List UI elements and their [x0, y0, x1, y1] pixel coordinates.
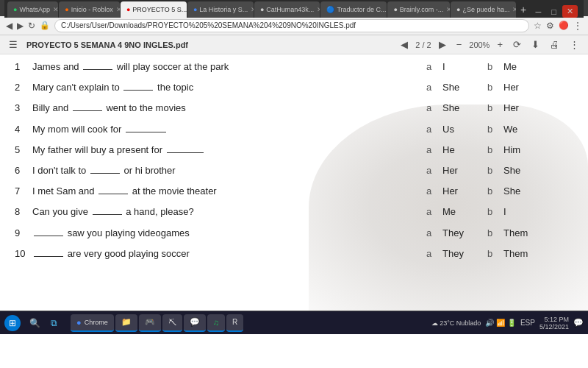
- question-number: 6: [15, 164, 32, 177]
- browser-icon: 🔴: [559, 21, 569, 30]
- page-indicator: 2 / 2: [415, 40, 431, 49]
- question-text: Mary can't explain to the topic: [32, 81, 385, 94]
- lock-icon: 🔒: [40, 21, 50, 30]
- pdf-toolbar: ☰ PROYECTO 5 SEMANA 4 9NO INGLES.pdf ◀ 2…: [0, 35, 588, 54]
- new-tab-button[interactable]: +: [517, 1, 531, 18]
- more-options-button[interactable]: ⋮: [567, 38, 582, 52]
- taskbar-system-tray: ☁ 23°C Nublado 🔊 📶 🔋 ESP 5:12 PM 5/12/20…: [431, 316, 584, 330]
- browser-chrome: ● WhatsApp ✕ ● Inicio - Roblox ✕ ● PROYE…: [0, 0, 588, 16]
- zoom-level: 200%: [469, 40, 490, 49]
- minimize-button[interactable]: ─: [531, 6, 546, 18]
- tab-traductor[interactable]: 🔵 Traductor de C... ✕: [320, 1, 387, 18]
- question-number: 9: [15, 227, 32, 240]
- menu-button[interactable]: ⋮: [573, 21, 582, 31]
- search-icon[interactable]: 🔍: [26, 315, 43, 331]
- answer-options: a They b Them: [426, 247, 573, 261]
- prev-page-button[interactable]: ◀: [398, 38, 411, 52]
- clock: 5:12 PM 5/12/2021: [539, 316, 569, 330]
- weather-widget: ☁ 23°C Nublado: [431, 319, 481, 327]
- print-button[interactable]: 🖨: [547, 38, 562, 52]
- question-number: 3: [15, 102, 32, 115]
- taskbar: ⊞ 🔍 ⧉ ● Chrome 📁 🎮 ⛏ 💬 ♫ R ☁ 23°C Nubl: [0, 311, 588, 334]
- question-row: 2 Mary can't explain to the topic a She …: [15, 81, 573, 94]
- answer-blank: [34, 256, 63, 257]
- answer-options: a She b Her: [426, 81, 573, 94]
- answer-blank: [93, 214, 122, 215]
- answer-blank: [73, 110, 102, 111]
- next-page-button[interactable]: ▶: [436, 38, 449, 52]
- tab-whatsapp[interactable]: ● WhatsApp ✕: [7, 1, 58, 18]
- notification-icon[interactable]: 💬: [573, 318, 584, 328]
- task-view-icon[interactable]: ⧉: [46, 315, 62, 331]
- taskbar-app-chrome[interactable]: ● Chrome: [71, 314, 114, 332]
- answer-options: a Us b We: [426, 123, 573, 136]
- question-number: 1: [15, 60, 32, 74]
- back-button[interactable]: ◀: [6, 21, 12, 31]
- taskbar-app-spotify[interactable]: ♫: [207, 314, 225, 332]
- answer-blank: [83, 69, 112, 70]
- save-button[interactable]: ⬇: [528, 38, 542, 52]
- zoom-in-button[interactable]: +: [494, 38, 506, 52]
- answer-options: a Her b She: [426, 164, 573, 177]
- answer-blank: [126, 132, 166, 132]
- question-row: 9 saw you playing videogames a They b Th…: [15, 227, 573, 240]
- system-tray-icons: 🔊 📶 🔋: [485, 319, 516, 327]
- question-row: 1 James and will play soccer at the park…: [15, 60, 573, 74]
- tab-bar: ● WhatsApp ✕ ● Inicio - Roblox ✕ ● PROYE…: [4, 0, 584, 18]
- question-text: are very good playing soccer: [32, 247, 385, 261]
- bookmark-button[interactable]: ☆: [534, 21, 542, 31]
- answer-options: a They b Them: [426, 227, 573, 240]
- answer-options: a She b Her: [426, 102, 573, 115]
- answer-options: a I b Me: [426, 60, 573, 74]
- pdf-title: PROYECTO 5 SEMANA 4 9NO INGLES.pdf: [26, 40, 392, 49]
- start-button[interactable]: ⊞: [4, 315, 21, 331]
- question-number: 4: [15, 123, 32, 136]
- question-number: 10: [15, 247, 32, 261]
- address-field[interactable]: C:/Users/User/Downloads/PROYECTO%205%20S…: [54, 19, 529, 32]
- address-bar: ◀ ▶ ↻ 🔒 C:/Users/User/Downloads/PROYECTO…: [0, 16, 588, 35]
- tab-sepuede[interactable]: ● ¿Se puede ha... ✕: [451, 1, 516, 18]
- tab-cathuman[interactable]: ● CatHuman43k... ✕: [254, 1, 320, 18]
- answer-blank: [90, 173, 120, 174]
- language-indicator: ESP: [520, 319, 535, 327]
- question-text: My mom will cook for: [32, 123, 385, 136]
- taskbar-app-whatsapp[interactable]: 💬: [184, 314, 206, 332]
- question-number: 7: [15, 185, 32, 198]
- taskbar-app-minecraft[interactable]: ⛏: [162, 314, 182, 332]
- answer-blank: [98, 194, 128, 194]
- maximize-button[interactable]: □: [547, 6, 561, 18]
- taskbar-app-files[interactable]: 📁: [115, 314, 137, 332]
- question-row: 3 Billy and went to the movies a She b H…: [15, 102, 573, 115]
- question-row: 7 I met Sam and at the movie theater a H…: [15, 185, 573, 198]
- close-button[interactable]: ✕: [562, 5, 578, 18]
- question-text: I don't talk to or hi brother: [32, 164, 385, 177]
- sidebar-toggle[interactable]: ☰: [6, 38, 21, 52]
- question-row: 4 My mom will cook for a Us b We: [15, 123, 573, 136]
- answer-blank: [123, 90, 153, 91]
- extensions-button[interactable]: ⚙: [546, 21, 554, 31]
- answer-blank: [167, 152, 204, 153]
- question-text: Can you give a hand, please?: [32, 205, 385, 219]
- answer-options: a Her b She: [426, 185, 573, 198]
- zoom-out-button[interactable]: −: [453, 38, 465, 52]
- reload-button[interactable]: ↻: [28, 21, 35, 31]
- question-row: 8 Can you give a hand, please? a Me b I: [15, 205, 573, 219]
- tab-proyecto[interactable]: ● PROYECTO 5 S... ✕: [121, 1, 187, 18]
- taskbar-apps: ● Chrome 📁 🎮 ⛏ 💬 ♫ R: [71, 314, 243, 332]
- question-number: 2: [15, 81, 32, 94]
- tab-roblox[interactable]: ● Inicio - Roblox ✕: [59, 1, 120, 18]
- answer-options: a Me b I: [426, 205, 573, 219]
- taskbar-app-roblox[interactable]: R: [226, 314, 243, 332]
- question-text: My father will buy a present for: [32, 144, 385, 157]
- question-row: 6 I don't talk to or hi brother a Her b …: [15, 164, 573, 177]
- question-row: 10 are very good playing soccer a They b…: [15, 247, 573, 261]
- question-text: Billy and went to the movies: [32, 102, 385, 115]
- forward-button[interactable]: ▶: [17, 21, 24, 31]
- taskbar-app-discord[interactable]: 🎮: [139, 314, 161, 332]
- answer-options: a He b Him: [426, 144, 573, 157]
- questions-container: 1 James and will play soccer at the park…: [0, 54, 588, 274]
- tab-brainly[interactable]: ● Brainly.com -... ✕: [387, 1, 450, 18]
- rotate-button[interactable]: ⟳: [510, 38, 524, 52]
- tab-historia[interactable]: ● La Historia y S... ✕: [187, 1, 254, 18]
- taskbar-pinned-icons: 🔍 ⧉: [26, 315, 62, 331]
